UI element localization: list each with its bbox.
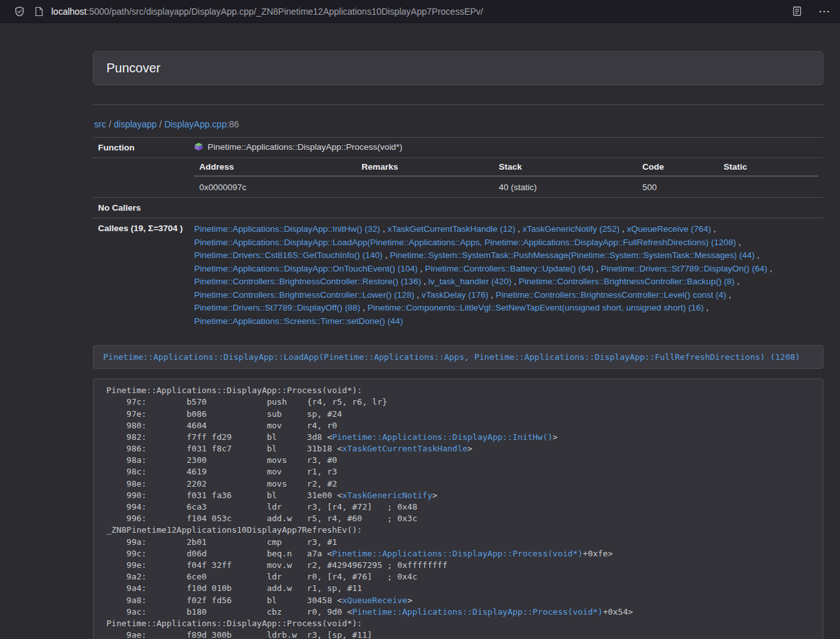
breadcrumb-item-displayapp[interactable]: displayapp [114, 119, 157, 129]
code-symbol-link[interactable]: xQueueReceive [342, 595, 408, 605]
stack-value: 40 (static) [494, 176, 638, 197]
overflow-menu-icon[interactable]: ⋯ [818, 5, 831, 17]
callee-link[interactable]: xTaskGetCurrentTaskHandle (12) [388, 224, 516, 234]
function-label: Function [93, 138, 189, 158]
callee-link[interactable]: Pinetime::Controllers::BrightnessControl… [495, 290, 726, 300]
callee-link[interactable]: Pinetime::Controllers::BrightnessControl… [194, 290, 415, 300]
stats-values-row: 0x0000097c 40 (static) 500 [194, 176, 818, 197]
callee-link[interactable]: Pinetime::Applications::DisplayApp::Init… [194, 224, 380, 234]
code-symbol-link[interactable]: Pinetime::Applications::DisplayApp::Init… [332, 432, 552, 442]
url-path: :5000/path/src/displayapp/DisplayApp.cpp… [86, 6, 483, 17]
no-callers-row: No Callers [93, 198, 823, 218]
code-symbol-link[interactable]: xTaskGetCurrentTaskHandle [342, 444, 468, 453]
breadcrumb-item-src[interactable]: src [94, 119, 106, 129]
function-row: Function Pinetime::Applications::Display… [93, 138, 823, 158]
function-name: Pinetime::Applications::DisplayApp::Proc… [208, 142, 402, 152]
callee-link[interactable]: Pinetime::Drivers::St7789::DisplayOff() … [194, 303, 360, 312]
browser-toolbar: localhost:5000/path/src/displayapp/Displ… [0, 0, 840, 23]
callee-link[interactable]: Pinetime::System::SystemTask::PushMessag… [390, 250, 754, 260]
function-icon [194, 142, 203, 153]
reader-view-icon[interactable] [793, 6, 802, 17]
col-address: Address [194, 158, 356, 176]
remarks-value [356, 176, 493, 197]
callee-link[interactable]: Pinetime::Drivers::Cst816S::GetTouchInfo… [194, 250, 383, 260]
callee-link[interactable]: Pinetime::Drivers::St7789::DisplayOn() (… [601, 264, 768, 273]
callee-link[interactable]: Pinetime::Controllers::Battery::Update()… [425, 264, 593, 273]
page-info-icon[interactable] [35, 6, 44, 17]
page-header: Puncover [93, 51, 823, 85]
stats-table: Address Remarks Stack Code Static 0x0000… [194, 158, 818, 197]
code-symbol-link[interactable]: xTaskGenericNotify [342, 490, 432, 500]
callees-label: Callees (19, Σ=3704 ) [93, 218, 189, 333]
divider [93, 104, 823, 105]
callee-link[interactable]: Pinetime::Applications::DisplayApp::Load… [194, 238, 736, 247]
no-callers-label: No Callers [93, 198, 189, 218]
callees-list: Pinetime::Applications::DisplayApp::Init… [189, 218, 823, 333]
page-title: Puncover [106, 61, 810, 76]
stats-header-row: Address Remarks Stack Code Static [194, 158, 818, 176]
breadcrumb-separator: / [109, 119, 111, 129]
symbol-table: Function Pinetime::Applications::Display… [93, 137, 823, 332]
col-code: Code [638, 158, 719, 176]
callees-row: Callees (19, Σ=3704 ) Pinetime::Applicat… [93, 218, 823, 333]
stats-row: Address Remarks Stack Code Static 0x0000… [93, 158, 823, 198]
callee-link[interactable]: vTaskDelay (176) [422, 290, 488, 300]
code-symbol-link[interactable]: Pinetime::Applications::DisplayApp::Proc… [352, 607, 603, 617]
callee-link[interactable]: Pinetime::Applications::Screens::Timer::… [194, 316, 403, 326]
breadcrumb-separator: / [160, 119, 162, 129]
callee-link[interactable]: lv_task_handler (420) [428, 277, 511, 286]
callee-link[interactable]: xQueueReceive (764) [627, 224, 711, 234]
callee-link[interactable]: xTaskGenericNotify (252) [523, 224, 620, 234]
callee-link[interactable]: Pinetime::Applications::DisplayApp::OnTo… [194, 264, 418, 273]
breadcrumb: src/displayapp/DisplayApp.cpp:86 [94, 119, 823, 129]
callee-link[interactable]: Pinetime::Components::LittleVgl::SetNewT… [368, 303, 704, 312]
url-host: localhost [51, 6, 86, 17]
disassembly: Pinetime::Applications::DisplayApp::Proc… [93, 378, 823, 639]
shield-icon[interactable] [14, 6, 25, 17]
highlighted-symbol-link[interactable]: Pinetime::Applications::DisplayApp::Load… [103, 352, 800, 362]
col-static: Static [718, 158, 818, 176]
address-value: 0x0000097c [194, 176, 356, 197]
code-size-value: 500 [638, 176, 719, 197]
code-symbol-link[interactable]: Pinetime::Applications::DisplayApp::Proc… [332, 549, 582, 558]
stats-row-label [93, 158, 189, 198]
breadcrumb-line-number: :86 [227, 119, 239, 129]
col-remarks: Remarks [356, 158, 493, 176]
callee-link[interactable]: Pinetime::Controllers::BrightnessControl… [519, 277, 735, 286]
col-stack: Stack [494, 158, 638, 176]
page-container: Puncover src/displayapp/DisplayApp.cpp:8… [93, 51, 823, 639]
static-value [718, 176, 818, 197]
callee-link[interactable]: Pinetime::Controllers::BrightnessControl… [194, 277, 421, 286]
breadcrumb-item-file[interactable]: DisplayApp.cpp [164, 119, 226, 129]
url-bar[interactable]: localhost:5000/path/src/displayapp/Displ… [51, 6, 793, 17]
highlighted-symbol-heading: Pinetime::Applications::DisplayApp::Load… [93, 345, 823, 369]
